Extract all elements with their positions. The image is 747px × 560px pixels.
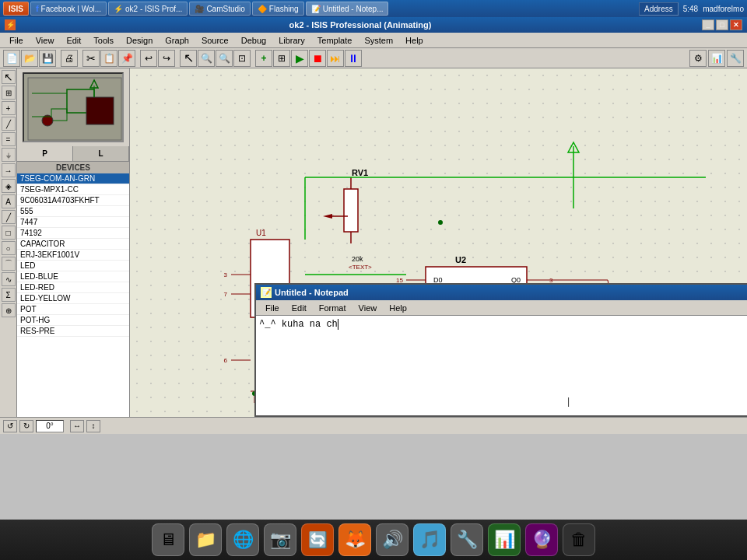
tb-save[interactable]: 💾 (39, 50, 56, 67)
taskbar-notepad[interactable]: 📝 Untitled - Notep... (306, 2, 389, 16)
menu-library[interactable]: Library (272, 34, 311, 47)
device-res-pre[interactable]: RES-PRE (17, 326, 129, 337)
taskbar-facebook[interactable]: f Facebook | Wol... (30, 2, 107, 16)
sidebar-tab-l[interactable]: L (73, 146, 129, 161)
tool-text[interactable]: A (2, 194, 16, 208)
device-74192[interactable]: 74192 (17, 228, 129, 239)
menu-tools[interactable]: Tools (87, 34, 120, 47)
device-erj[interactable]: ERJ-3EKF1001V (17, 250, 129, 261)
menu-file[interactable]: File (3, 34, 30, 47)
dock-stats[interactable]: 📊 (488, 523, 521, 556)
menu-graph[interactable]: Graph (159, 34, 195, 47)
tb-wire[interactable]: + (255, 50, 272, 67)
tool-junction[interactable]: + (2, 101, 16, 115)
canvas-area[interactable]: U1 3 7 6 RV1 20k <TEXT> R1 (130, 68, 747, 417)
tool-circle[interactable]: ○ (2, 241, 16, 255)
taskbar-camstudio[interactable]: 🎥 CamStudio (189, 2, 250, 16)
tb-select[interactable]: ↖ (180, 50, 197, 67)
menu-view[interactable]: View (30, 34, 61, 47)
tool-wire[interactable]: ╱ (2, 117, 16, 131)
device-9c06[interactable]: 9C06031A4703FKHFT (17, 195, 129, 206)
tool-terminal[interactable]: → (2, 163, 16, 177)
tb-open[interactable]: 📂 (21, 50, 38, 67)
menu-edit[interactable]: Edit (60, 34, 87, 47)
tool-marker[interactable]: ⊕ (2, 303, 16, 317)
tool-probe[interactable]: ◈ (2, 179, 16, 193)
tb-stop[interactable]: ⏹ (309, 50, 326, 67)
dock-audio[interactable]: 🔊 (376, 523, 409, 556)
menu-system[interactable]: System (358, 34, 399, 47)
rotate-cw[interactable]: ↻ (19, 420, 33, 432)
device-555[interactable]: 555 (17, 206, 129, 217)
np-menu-view[interactable]: View (352, 302, 384, 314)
mirror-h-btn[interactable]: ↔ (70, 420, 84, 432)
tool-component[interactable]: ⊞ (2, 86, 16, 100)
tool-line[interactable]: ╱ (2, 210, 16, 224)
sidebar-tab-p[interactable]: P (17, 146, 73, 161)
menu-template[interactable]: Template (311, 34, 359, 47)
tb-step[interactable]: ⏭ (327, 50, 344, 67)
minimize-btn[interactable]: _ (702, 19, 714, 30)
dock-camera[interactable]: 📷 (264, 523, 296, 556)
dock-firefox[interactable]: 🦊 (338, 523, 371, 556)
taskbar-flashing[interactable]: 🔶 Flashing (252, 2, 304, 16)
device-capacitor[interactable]: CAPACITOR (17, 239, 129, 250)
tb-redo[interactable]: ↪ (158, 50, 175, 67)
menu-debug[interactable]: Debug (235, 34, 272, 47)
taskbar-isis[interactable]: ⚡ ok2 - ISIS Prof... (108, 2, 188, 16)
start-btn[interactable]: ISIS (3, 2, 29, 16)
mirror-v-btn[interactable]: ↕ (86, 420, 100, 432)
tool-box[interactable]: □ (2, 226, 16, 240)
device-7447[interactable]: 7447 (17, 217, 129, 228)
tool-path[interactable]: ∿ (2, 272, 16, 286)
tb-paste[interactable]: 📌 (118, 50, 135, 67)
tb-component[interactable]: ⊞ (273, 50, 290, 67)
dock-browser[interactable]: 🌐 (226, 523, 259, 556)
tb-zoom-out[interactable]: 🔍 (216, 50, 233, 67)
dock-trash[interactable]: 🗑 (563, 523, 595, 556)
notepad-content[interactable]: ^_^ kuha na ch | (256, 316, 747, 415)
menu-help[interactable]: Help (399, 34, 430, 47)
np-menu-file[interactable]: File (259, 302, 286, 314)
tool-arc[interactable]: ⌒ (2, 257, 16, 271)
dock-computer[interactable]: 🖥 (152, 523, 184, 556)
tool-select[interactable]: ↖ (2, 70, 16, 84)
dock-refresh[interactable]: 🔄 (301, 523, 334, 556)
rotate-ccw[interactable]: ↺ (3, 420, 17, 432)
tb-extra3[interactable]: 🔧 (727, 50, 744, 67)
tb-undo[interactable]: ↩ (140, 50, 157, 67)
device-7seg-grn[interactable]: 7SEG-COM-AN-GRN (17, 173, 129, 184)
tool-bus[interactable]: = (2, 132, 16, 146)
device-pot-hg[interactable]: POT-HG (17, 315, 129, 326)
tb-new[interactable]: 📄 (3, 50, 20, 67)
menu-source[interactable]: Source (195, 34, 235, 47)
device-7seg-cc[interactable]: 7SEG-MPX1-CC (17, 184, 129, 195)
maximize-btn[interactable]: □ (716, 19, 728, 30)
device-list[interactable]: 7SEG-COM-AN-GRN 7SEG-MPX1-CC 9C06031A470… (17, 173, 129, 417)
dock-music[interactable]: 🎵 (413, 523, 446, 556)
device-pot[interactable]: POT (17, 304, 129, 315)
menu-design[interactable]: Design (120, 34, 159, 47)
np-menu-help[interactable]: Help (383, 302, 413, 314)
dock-folder[interactable]: 📁 (189, 523, 222, 556)
dock-settings[interactable]: 🔧 (451, 523, 483, 556)
dock-crystal[interactable]: 🔮 (525, 523, 558, 556)
tb-print[interactable]: 🖨 (61, 50, 78, 67)
tb-copy[interactable]: 📋 (100, 50, 117, 67)
tb-zoom-in[interactable]: 🔍 (198, 50, 215, 67)
close-btn[interactable]: ✕ (730, 19, 742, 30)
tb-zoom-fit[interactable]: ⊡ (233, 50, 251, 67)
device-led[interactable]: LED (17, 261, 129, 271)
device-led-blue[interactable]: LED-BLUE (17, 271, 129, 282)
np-menu-format[interactable]: Format (313, 302, 352, 314)
device-led-yellow[interactable]: LED-YELLOW (17, 293, 129, 304)
device-led-red[interactable]: LED-RED (17, 282, 129, 293)
np-menu-edit[interactable]: Edit (286, 302, 313, 314)
tb-pause[interactable]: ⏸ (345, 50, 362, 67)
tb-cut[interactable]: ✂ (82, 50, 100, 67)
tb-extra1[interactable]: ⚙ (689, 50, 707, 67)
tool-power[interactable]: ⏚ (2, 148, 16, 162)
angle-input[interactable]: 0° (36, 420, 64, 432)
tb-run[interactable]: ▶ (291, 50, 308, 67)
tb-extra2[interactable]: 📊 (708, 50, 725, 67)
